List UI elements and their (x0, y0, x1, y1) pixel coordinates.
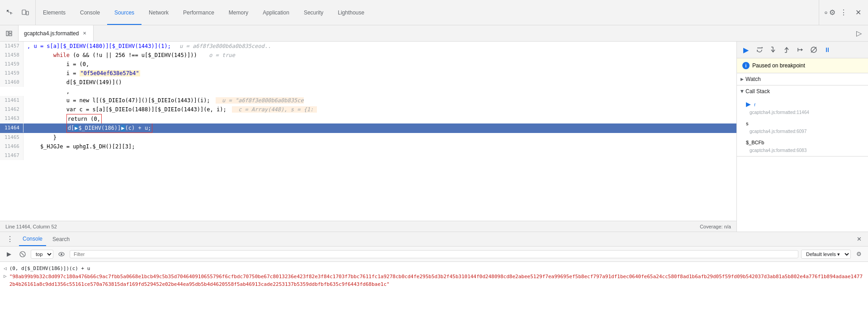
tab-lighthouse[interactable]: Lighthouse (330, 0, 372, 25)
file-tab-bar-right: ▷ (850, 25, 868, 41)
tab-application[interactable]: Application (255, 0, 297, 25)
coverage-status: Coverage: n/a (700, 224, 731, 229)
inspect-element-button[interactable] (4, 6, 16, 19)
device-toggle-button[interactable] (19, 6, 32, 19)
stack-item-loc-s: gcaptcha4.js:formatted:6097 (746, 128, 864, 135)
pause-on-exceptions-button[interactable]: ⏸ (821, 43, 834, 56)
nav-tabs: Elements Console Sources Network Perform… (36, 0, 819, 25)
line-num-11460: 11460 (0, 78, 24, 87)
show-navigator-button[interactable] (3, 27, 15, 40)
stack-item-bcfb[interactable]: $_BCFb gcaptcha4.js:formatted:6083 (737, 137, 868, 156)
code-line-11460b: , (0, 87, 736, 96)
line-content-11465: } (24, 133, 736, 142)
code-line-11459: 11459 i = (0, (0, 60, 736, 69)
bottom-toolbar: ⋮ Console Search ✕ (0, 232, 868, 247)
line-num-11467: 11467 (0, 151, 24, 160)
tab-network[interactable]: Network (142, 0, 176, 25)
eye-button[interactable] (56, 249, 67, 260)
console-toolbar: ▶ top Default levels ▾ ⚙ (0, 247, 868, 262)
call-stack-label: Call Stack (745, 88, 770, 95)
line-num-11462: 11462 (0, 105, 24, 114)
close-bottom-panel-button[interactable]: ✕ (854, 234, 864, 245)
deactivate-breakpoints-button[interactable] (807, 43, 820, 56)
resume-button[interactable]: ▶ (740, 43, 752, 56)
step-out-button[interactable] (780, 43, 793, 56)
code-line-11467: 11467 (0, 151, 736, 160)
line-content-11459b: i = "0f5e04ef638e57b4" (24, 69, 736, 78)
call-stack-chevron: ▶ (740, 90, 745, 93)
tab-console[interactable]: Console (73, 0, 107, 25)
code-line-11465: 11465 } (0, 133, 736, 142)
svg-line-8 (21, 253, 24, 256)
tab-console-bottom[interactable]: Console (19, 232, 46, 246)
bottom-panel: ⋮ Console Search ✕ ▶ top Default levels … (0, 232, 868, 313)
top-toolbar: Elements Console Sources Network Perform… (0, 0, 868, 25)
tab-memory[interactable]: Memory (222, 0, 255, 25)
watch-section-header[interactable]: ▶ Watch (737, 73, 868, 85)
toolbar-icons (0, 0, 36, 25)
line-num-11465: 11465 (0, 133, 24, 142)
code-line-11464: 11464 d[▶$_DIEHV(186)]▶(c) + u; (0, 123, 736, 133)
line-content-11460b: , (24, 87, 736, 96)
main-area: 11457 , u = s[a][$_DIEHV(1480)][$_DIEHV(… (0, 42, 868, 232)
stream-button[interactable]: ▷ (853, 27, 865, 40)
stack-item-name-bcfb: $_BCFb (746, 140, 764, 145)
code-line-11466: 11466 $_HJGJe = uphgI.$_DH()[2][3]; (0, 142, 736, 151)
line-num-11463: 11463 (0, 114, 24, 123)
stack-item-loc-r: gcaptcha4.js:formatted:11464 (746, 109, 864, 116)
code-line-11463: 11463 return (0, (0, 114, 736, 123)
status-bar: Line 11464, Column 52 Coverage: n/a (0, 221, 736, 232)
code-line-11457: 11457 , u = s[a][$_DIEHV(1480)][$_DIEHV(… (0, 42, 736, 51)
console-settings-button[interactable]: ⚙ (854, 249, 864, 260)
file-tab-gcaptcha[interactable]: gcaptcha4.js:formatted ✕ (19, 25, 94, 41)
log-level-select[interactable]: Default levels ▾ (801, 250, 851, 259)
stack-item-name-r: r (754, 102, 756, 107)
line-content-11459: i = (0, (24, 60, 736, 69)
cursor-position: Line 11464, Column 52 (5, 224, 57, 229)
file-tab-bar: gcaptcha4.js:formatted ✕ ▷ (0, 25, 868, 42)
console-content[interactable]: ◁ (0, d[$_DIEHV(186)])(c) + u ▷ "98ab99b… (0, 262, 868, 313)
stack-item-s[interactable]: s gcaptcha4.js:formatted:6097 (737, 118, 868, 137)
stack-indicator-r: ▶ (746, 100, 751, 108)
line-content-11466: $_HJGJe = uphgI.$_DH()[2][3]; (24, 142, 736, 151)
stack-item-name-s: s (746, 121, 749, 126)
more-options-button[interactable]: ⋮ (837, 6, 850, 19)
line-content-11460: d[$_DIEHV(149)]() (24, 78, 736, 87)
stack-item-loc-bcfb: gcaptcha4.js:formatted:6083 (746, 147, 864, 154)
console-expression-text: (0, d[$_DIEHV(186)])(c) + u (9, 266, 90, 271)
step-into-button[interactable] (767, 43, 779, 56)
svg-rect-2 (6, 31, 8, 36)
filter-input[interactable] (70, 250, 798, 258)
close-devtools-button[interactable]: ✕ (852, 6, 864, 19)
file-tab-bar-left (0, 25, 19, 41)
call-stack-header[interactable]: ▶ Call Stack (737, 85, 868, 97)
breakpoint-banner: i Paused on breakpoint (737, 58, 868, 73)
file-tab-name: gcaptcha4.js:formatted (24, 30, 79, 37)
tab-sources[interactable]: Sources (107, 0, 142, 25)
tab-performance[interactable]: Performance (176, 0, 222, 25)
clear-console-button[interactable] (17, 249, 28, 260)
code-panel: 11457 , u = s[a][$_DIEHV(1480)][$_DIEHV(… (0, 42, 737, 232)
file-tab-close[interactable]: ✕ (81, 30, 88, 37)
bottom-more-button[interactable]: ⋮ (4, 233, 16, 246)
line-content-11462: var c = s[a][$_DIEIo(1488)][$_DIEIo(1443… (24, 105, 736, 114)
watch-section: ▶ Watch (737, 73, 868, 85)
tab-search-bottom[interactable]: Search (49, 232, 73, 246)
code-editor[interactable]: 11457 , u = s[a][$_DIEHV(1480)][$_DIEHV(… (0, 42, 736, 221)
step-button[interactable] (794, 43, 807, 56)
settings-button[interactable]: ⚙ (823, 6, 835, 19)
line-num-11457: 11457 (0, 42, 24, 51)
call-stack-section: ▶ Call Stack ▶ r gcaptcha4.js:formatted:… (737, 85, 868, 156)
line-content-11458: while (o && (!u || 256 !== u[$_DIEHV(145… (24, 51, 736, 60)
watch-label: Watch (745, 76, 761, 82)
step-over-button[interactable] (753, 43, 766, 56)
svg-rect-1 (26, 11, 28, 15)
tab-elements[interactable]: Elements (36, 0, 73, 25)
tab-security[interactable]: Security (297, 0, 330, 25)
console-result: ▷ "98ab99b9b32c8d097c180a476b66c9ac7fbb5… (4, 272, 864, 289)
stack-item-r[interactable]: ▶ r gcaptcha4.js:formatted:11464 (737, 97, 868, 118)
execute-button[interactable]: ▶ (4, 249, 14, 260)
line-num-11464: 11464 (0, 123, 24, 133)
console-prompt: ◁ (4, 266, 7, 271)
context-select[interactable]: top (31, 250, 53, 259)
